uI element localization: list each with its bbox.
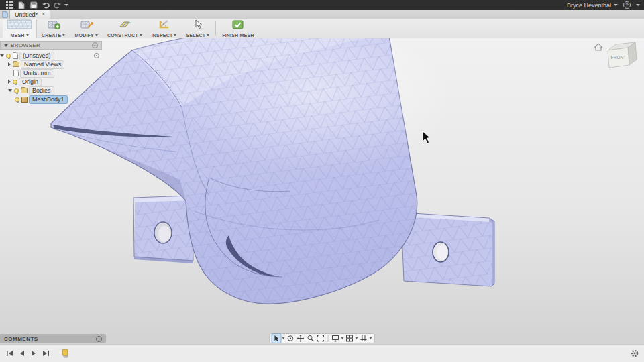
app-grid-icon[interactable] xyxy=(4,1,15,9)
display-settings-icon[interactable] xyxy=(331,334,340,343)
timeline-settings-gear-icon[interactable] xyxy=(630,349,639,358)
timeline-step-back-button[interactable] xyxy=(17,349,26,358)
titlebar: Bryce Heventhal ? xyxy=(0,0,644,10)
document-expand-caret[interactable] xyxy=(0,54,4,57)
meshbody1-label[interactable]: MeshBody1 xyxy=(30,96,67,103)
create-caret xyxy=(62,34,65,36)
units-icon xyxy=(13,70,19,76)
display-settings-caret[interactable] xyxy=(341,337,344,339)
select-label: SELECT xyxy=(186,33,205,38)
help-button[interactable]: ? xyxy=(623,1,631,9)
modify-icon xyxy=(80,19,93,32)
origin-bulb-icon[interactable] xyxy=(13,80,17,84)
viewport-layout-caret[interactable] xyxy=(356,337,358,339)
navigation-toolbar xyxy=(270,333,375,343)
meshbody1-bulb-icon[interactable] xyxy=(15,97,19,102)
construct-caret xyxy=(140,34,142,36)
modify-menu-button[interactable]: MODIFY xyxy=(70,19,102,38)
browser-header[interactable]: BROWSER ✦ xyxy=(0,41,102,50)
tab-title: Untitled* xyxy=(15,11,38,18)
bodies-expand-caret[interactable] xyxy=(8,89,12,92)
browser-collapse-caret[interactable] xyxy=(4,44,8,47)
meshbody1-icon xyxy=(21,97,28,103)
undo-icon[interactable] xyxy=(40,1,51,9)
select-menu-button[interactable]: SELECT xyxy=(181,19,214,38)
origin-expand-caret[interactable] xyxy=(8,80,11,84)
inspect-menu-button[interactable]: INSPECT xyxy=(147,19,182,38)
help-caret[interactable] xyxy=(636,4,640,6)
named-views-folder-icon xyxy=(13,62,19,67)
viewcube[interactable]: FRONT xyxy=(593,38,640,76)
tree-item-bodies[interactable]: Bodies xyxy=(8,86,102,95)
viewcube-home-icon[interactable] xyxy=(594,44,602,50)
tree-item-named-views[interactable]: Named Views xyxy=(8,60,102,68)
user-menu[interactable]: Bryce Heventhal xyxy=(567,2,618,9)
tree-item-units[interactable]: Units: mm xyxy=(13,69,102,77)
zoom-tool-icon[interactable] xyxy=(307,334,315,343)
tab-close-icon[interactable]: × xyxy=(42,11,45,17)
fit-view-icon[interactable] xyxy=(317,334,325,343)
tree-item-meshbody1[interactable]: MeshBody1 xyxy=(15,95,102,103)
timeline-position-marker[interactable] xyxy=(60,349,69,358)
named-views-expand-caret[interactable] xyxy=(8,62,11,66)
document-icon xyxy=(0,10,9,19)
create-menu-button[interactable]: CREATE xyxy=(37,19,70,38)
tab-untitled[interactable]: Untitled* × xyxy=(9,10,50,19)
construct-menu-button[interactable]: CONSTRUCT xyxy=(103,19,147,38)
grid-snap-icon[interactable] xyxy=(360,334,368,343)
browser-settings-icon[interactable]: ✦ xyxy=(92,42,98,48)
visibility-bulb-icon[interactable] xyxy=(6,54,11,58)
redo-dropdown-caret[interactable] xyxy=(64,4,68,6)
document-label[interactable]: (Unsaved) xyxy=(20,52,54,60)
finish-mesh-button[interactable]: FINISH MESH xyxy=(217,19,258,38)
toolbar: MESH CREATE MODIFY CONSTRUCT INSPECT xyxy=(0,19,644,38)
save-icon[interactable] xyxy=(28,1,39,9)
select-tool-caret[interactable] xyxy=(282,337,285,339)
timeline-step-forward-button[interactable] xyxy=(42,349,50,358)
mesh-left-tab[interactable] xyxy=(133,196,193,263)
origin-label[interactable]: Origin xyxy=(19,78,41,86)
user-menu-caret xyxy=(614,4,618,6)
mesh-body[interactable] xyxy=(51,38,446,304)
tabstrip: Untitled* × xyxy=(0,10,644,19)
bodies-folder-icon xyxy=(21,88,28,93)
bodies-label[interactable]: Bodies xyxy=(30,87,54,95)
viewcube-cube[interactable]: FRONT xyxy=(608,42,637,68)
timeline-bar xyxy=(0,344,644,362)
comments-expand-icon[interactable]: › xyxy=(96,336,102,342)
tree-item-document[interactable]: (Unsaved) xyxy=(0,52,102,60)
app-root: Bryce Heventhal ? Untitled* × MESH xyxy=(0,0,644,362)
activate-radio-icon[interactable] xyxy=(94,53,99,58)
grid-snap-caret[interactable] xyxy=(370,337,372,339)
bodies-bulb-icon[interactable] xyxy=(14,88,19,93)
pan-tool-icon[interactable] xyxy=(297,334,305,343)
viewport-layout-icon[interactable] xyxy=(345,334,354,343)
select-icon xyxy=(193,19,203,32)
orbit-tool-icon[interactable] xyxy=(286,334,295,343)
browser-panel: BROWSER ✦ (Unsaved) Named Views xyxy=(0,41,102,104)
units-label[interactable]: Units: mm xyxy=(21,70,54,77)
comments-bar[interactable]: COMMENTS › xyxy=(0,334,106,343)
mesh-right-tab[interactable] xyxy=(401,213,494,286)
browser-tree: (Unsaved) Named Views Units: mm Origin xyxy=(0,50,102,103)
workspace-label: MESH xyxy=(10,33,24,38)
construct-label: CONSTRUCT xyxy=(107,33,138,38)
select-tool-icon[interactable] xyxy=(272,334,281,343)
timeline-play-button[interactable] xyxy=(30,349,38,358)
modify-label: MODIFY xyxy=(74,33,93,38)
create-label: CREATE xyxy=(42,33,61,38)
navbar-separator xyxy=(328,335,329,342)
tree-item-origin[interactable]: Origin xyxy=(8,78,102,86)
viewcube-front-label: FRONT xyxy=(611,55,626,60)
select-caret xyxy=(207,34,209,36)
3d-viewport[interactable]: FRONT BROWSER ✦ (Unsaved) xyxy=(0,38,644,344)
finish-mesh-label: FINISH MESH xyxy=(222,33,254,38)
file-menu-icon[interactable] xyxy=(16,1,27,9)
named-views-label[interactable]: Named Views xyxy=(21,61,64,68)
inspect-icon xyxy=(158,19,171,32)
mesh-workspace-icon xyxy=(7,19,32,32)
timeline-skip-start-button[interactable] xyxy=(5,349,14,358)
browser-title: BROWSER xyxy=(11,42,40,48)
redo-icon[interactable] xyxy=(52,1,63,9)
workspace-selector[interactable]: MESH xyxy=(3,19,37,38)
